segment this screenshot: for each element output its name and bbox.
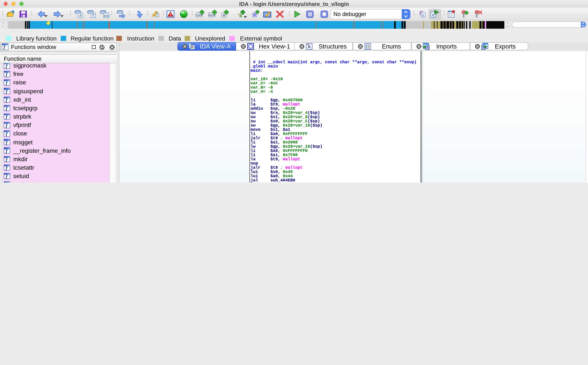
svg-text:Imports: Imports [436, 43, 457, 49]
svg-text:c: c [432, 13, 434, 17]
svg-text:IDA View-A: IDA View-A [200, 43, 231, 49]
svg-text:Enums: Enums [382, 43, 401, 49]
svg-text:101: 101 [103, 14, 109, 18]
svg-text:Hex View-1: Hex View-1 [259, 43, 290, 49]
svg-text:A: A [223, 13, 225, 17]
svg-text:No debugger: No debugger [333, 11, 366, 17]
svg-text:T: T [92, 14, 95, 18]
svg-text:Structures: Structures [318, 43, 346, 49]
svg-text:A: A [307, 44, 311, 49]
svg-text:#: # [80, 14, 81, 18]
svg-text:Exports: Exports [495, 43, 515, 49]
svg-text:c: c [422, 14, 424, 17]
